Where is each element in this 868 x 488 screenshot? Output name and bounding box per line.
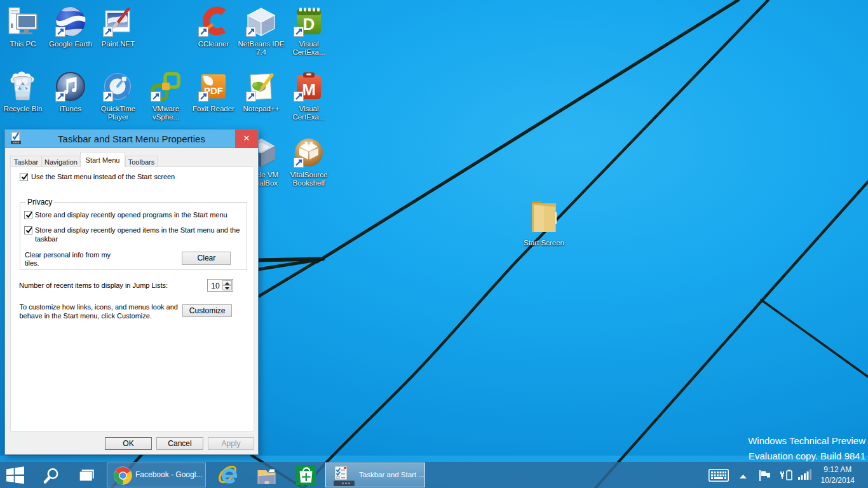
svg-text:M: M	[302, 80, 316, 99]
svg-text:D: D	[303, 15, 315, 34]
